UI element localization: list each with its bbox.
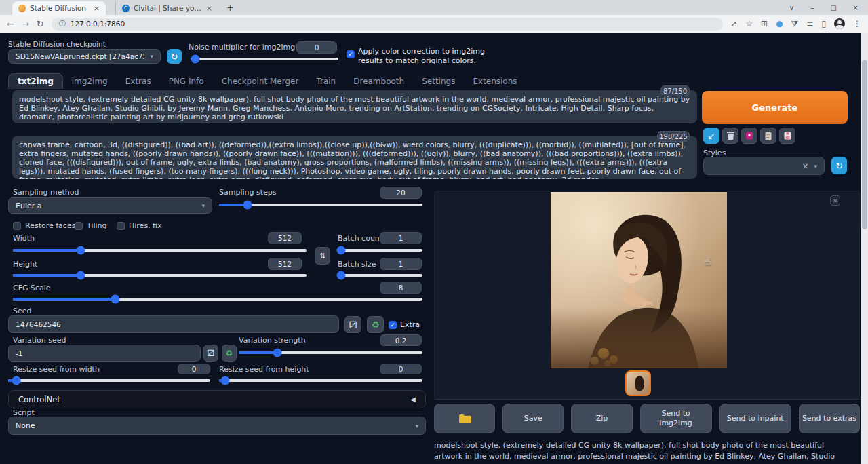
extra-networks-button[interactable] xyxy=(741,128,757,144)
reuse-seed-button[interactable]: ♻ xyxy=(367,316,384,333)
forward-icon[interactable]: → xyxy=(22,20,29,28)
share-icon[interactable]: ↗ xyxy=(730,19,737,28)
slider-handle[interactable] xyxy=(337,271,346,280)
checkpoint-refresh-button[interactable]: ↻ xyxy=(167,49,182,64)
batch-count-slider[interactable] xyxy=(338,249,422,252)
slider-handle[interactable] xyxy=(12,376,20,385)
extension-grid-icon[interactable]: ⊞ xyxy=(761,19,768,28)
site-info-icon[interactable]: ⓘ xyxy=(59,19,66,28)
hires-fix-checkbox[interactable]: ✓ xyxy=(117,222,125,230)
controlnet-accordion[interactable]: ControlNet ◀ xyxy=(8,390,426,408)
close-gallery-button[interactable]: × xyxy=(830,195,840,206)
extra-seed-checkbox[interactable]: ✓ xyxy=(389,321,397,329)
tab-settings[interactable]: Settings xyxy=(413,73,464,89)
resize-seed-height-slider[interactable] xyxy=(219,379,422,382)
slider-handle[interactable] xyxy=(76,246,85,255)
sampling-steps-input[interactable]: 20 xyxy=(380,187,422,199)
sampling-method-dropdown[interactable]: Euler a ▾ xyxy=(8,197,212,214)
profile-avatar[interactable] xyxy=(834,18,845,29)
resize-seed-height-input[interactable]: 0 xyxy=(380,364,422,374)
read-generation-params-button[interactable]: ↙ xyxy=(703,128,719,144)
noise-multiplier-slider[interactable] xyxy=(191,58,338,60)
close-window-icon[interactable]: × xyxy=(853,4,859,12)
apply-style-button[interactable] xyxy=(760,128,776,144)
browser-tab-civitai[interactable]: C Civitai | Share your models × xyxy=(115,1,218,15)
back-icon[interactable]: ← xyxy=(7,20,14,28)
swap-dimensions-button[interactable]: ⇅ xyxy=(315,247,330,265)
clear-prompt-button[interactable] xyxy=(722,128,738,144)
maximize-icon[interactable]: □ xyxy=(830,4,836,12)
generated-image[interactable] xyxy=(551,192,727,368)
slider-handle[interactable] xyxy=(111,295,120,304)
tab-txt2img[interactable]: txt2img xyxy=(8,73,63,89)
send-to-img2img-button[interactable]: Send to img2img xyxy=(640,404,712,433)
variation-strength-slider[interactable] xyxy=(239,351,422,354)
slider-handle[interactable] xyxy=(243,201,252,210)
cfg-scale-slider[interactable] xyxy=(13,298,422,301)
batch-count-input[interactable]: 1 xyxy=(380,232,422,244)
height-input[interactable]: 512 xyxy=(268,258,302,270)
tab-extensions[interactable]: Extensions xyxy=(464,73,526,89)
scrollbar-thumb[interactable] xyxy=(862,60,867,229)
prompt-input[interactable]: modelshoot style, (extremely detailed CG… xyxy=(12,90,697,123)
kebab-menu-icon[interactable]: ⋮ xyxy=(853,19,861,28)
zip-button[interactable]: Zip xyxy=(571,404,632,433)
tab-checkpoint-merger[interactable]: Checkpoint Merger xyxy=(213,73,308,89)
styles-dropdown[interactable]: × ▾ xyxy=(703,157,825,175)
clear-styles-icon[interactable]: × xyxy=(802,161,808,171)
sampling-steps-slider[interactable] xyxy=(219,204,422,206)
batch-size-input[interactable]: 1 xyxy=(380,258,422,270)
slider-handle[interactable] xyxy=(191,55,199,64)
tab-img2img[interactable]: img2img xyxy=(63,73,117,89)
save-style-button[interactable] xyxy=(779,128,795,144)
tab-extras[interactable]: Extras xyxy=(117,73,160,89)
cfg-scale-input[interactable]: 8 xyxy=(380,282,422,294)
page-scrollbar[interactable] xyxy=(861,33,868,464)
tiling-checkbox[interactable]: ✓ xyxy=(75,222,83,230)
checkpoint-dropdown[interactable]: SD15NewVAEpruned.ckpt [27a4ac756c] ▾ xyxy=(8,49,161,64)
reuse-variation-seed-button[interactable]: ♻ xyxy=(222,345,237,362)
browser-tab-stable-diffusion[interactable]: Stable Diffusion × xyxy=(12,1,106,15)
bookmark-star-icon[interactable]: ☆ xyxy=(745,19,753,28)
batch-size-slider[interactable] xyxy=(338,274,422,277)
width-slider[interactable] xyxy=(13,249,307,252)
random-seed-button[interactable]: ⚂ xyxy=(344,316,361,333)
slider-handle[interactable] xyxy=(273,349,281,357)
width-input[interactable]: 512 xyxy=(268,232,302,244)
tab-train[interactable]: Train xyxy=(307,73,344,89)
height-slider[interactable] xyxy=(13,274,307,277)
open-folder-button[interactable] xyxy=(434,404,495,433)
noise-multiplier-input[interactable]: 0 xyxy=(296,41,337,54)
reading-list-icon[interactable]: ≡ xyxy=(806,19,813,28)
seed-input[interactable]: 1476462546 xyxy=(8,315,339,333)
slider-handle[interactable] xyxy=(221,376,230,385)
reload-icon[interactable]: ↻ xyxy=(37,20,44,28)
tab-close-icon[interactable]: × xyxy=(206,4,212,13)
generate-button[interactable]: Generate xyxy=(702,91,848,124)
script-dropdown[interactable]: None ▾ xyxy=(8,417,426,435)
random-variation-seed-button[interactable]: ⚂ xyxy=(203,345,218,362)
extension-dot-icon[interactable]: ● xyxy=(776,19,783,28)
tab-png-info[interactable]: PNG Info xyxy=(160,73,213,89)
styles-refresh-button[interactable]: ↻ xyxy=(831,157,847,174)
negative-prompt-input[interactable]: canvas frame, cartoon, 3d, ((disfigured)… xyxy=(12,136,697,179)
save-button[interactable]: Save xyxy=(502,404,564,433)
resize-seed-width-input[interactable]: 0 xyxy=(178,364,210,374)
send-to-inpaint-button[interactable]: Send to inpaint xyxy=(719,404,791,433)
resize-seed-width-slider[interactable] xyxy=(8,379,210,382)
variation-seed-input[interactable]: -1 xyxy=(8,345,201,362)
slider-handle[interactable] xyxy=(337,246,346,255)
extensions-puzzle-icon[interactable]: ⧩ xyxy=(791,19,799,28)
new-tab-button[interactable]: + xyxy=(226,3,234,15)
variation-strength-input[interactable]: 0.2 xyxy=(380,334,422,346)
side-panel-icon[interactable]: ▯ xyxy=(821,19,826,28)
browser-menu-chevron-icon[interactable]: ∨ xyxy=(789,4,794,12)
address-bar[interactable]: ⓘ 127.0.0.1:7860 xyxy=(52,18,724,31)
send-to-extras-button[interactable]: Send to extras xyxy=(799,404,860,433)
slider-handle[interactable] xyxy=(76,271,85,280)
tab-dreambooth[interactable]: Dreambooth xyxy=(344,73,413,89)
minimize-icon[interactable]: – xyxy=(810,4,814,12)
restore-faces-checkbox[interactable]: ✓ xyxy=(13,222,21,230)
gallery-thumbnail-selected[interactable] xyxy=(625,370,651,396)
color-correction-checkbox[interactable]: ✓ xyxy=(347,50,355,58)
